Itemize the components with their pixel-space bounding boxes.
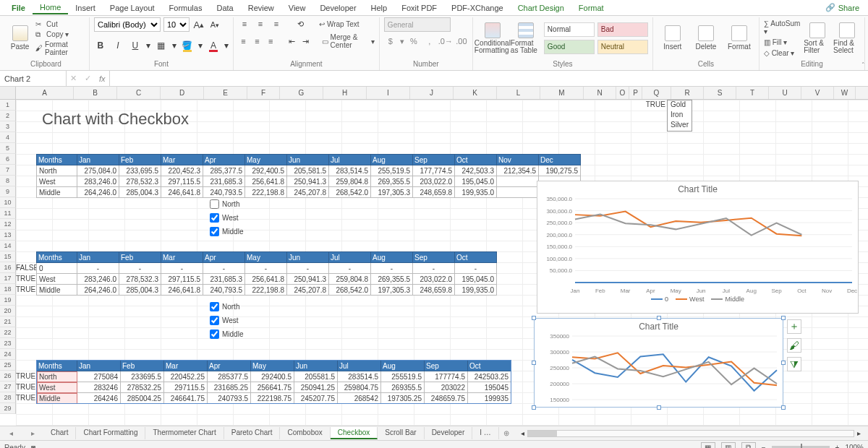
zoom-out-button[interactable]: − <box>762 444 766 449</box>
metals-list[interactable]: Gold Iron Silver <box>667 100 692 132</box>
share-button[interactable]: 🔗Share <box>821 1 864 14</box>
sheet-tab[interactable]: Scroll Bar <box>378 427 424 439</box>
align-left-button[interactable]: ≡ <box>238 35 249 48</box>
checkbox-middle-2[interactable]: Middle <box>210 329 243 339</box>
paste-button[interactable]: Paste <box>7 18 33 59</box>
tab-home[interactable]: Home <box>33 1 68 14</box>
align-right-button[interactable]: ≡ <box>265 35 276 48</box>
new-sheet-button[interactable]: ⊕ <box>499 429 514 437</box>
tab-developer[interactable]: Developer <box>312 2 363 14</box>
chart-styles-button[interactable]: 🖌 <box>787 338 801 353</box>
borders-button[interactable]: ▦ <box>155 39 168 52</box>
column-header[interactable]: L <box>497 87 540 99</box>
underline-button[interactable]: U <box>129 39 142 52</box>
orientation-button[interactable]: ⟲ <box>294 17 307 30</box>
column-header[interactable]: G <box>280 87 323 99</box>
column-header[interactable]: H <box>323 87 367 99</box>
column-header[interactable]: C <box>117 87 161 99</box>
copy-button[interactable]: ⧉Copy ▾ <box>35 30 85 39</box>
font-size-select[interactable]: 10 <box>163 17 190 32</box>
percent-button[interactable]: % <box>407 35 420 48</box>
chart-2[interactable]: Chart Title 1500002000002500003000003500… <box>534 318 783 408</box>
fill-color-button[interactable]: 🪣 <box>181 39 194 52</box>
data-table-2[interactable]: MonthsJanFebMarAprMayJunJulAugSepOct0---… <box>36 251 497 296</box>
tab-view[interactable]: View <box>281 2 313 14</box>
column-header[interactable]: M <box>540 87 584 99</box>
column-header[interactable]: V <box>801 87 834 99</box>
merge-center-button[interactable]: ▭Merge & Center ▾ <box>322 33 375 49</box>
column-header[interactable]: E <box>204 87 247 99</box>
sheet-tab[interactable]: Pareto Chart <box>224 427 281 439</box>
checkbox-west-1[interactable]: West <box>210 213 243 223</box>
decrease-indent-button[interactable]: ⇤ <box>286 35 297 48</box>
column-header[interactable]: I <box>367 87 410 99</box>
format-as-table-button[interactable]: Format as Table <box>511 18 541 59</box>
column-header[interactable]: B <box>74 87 117 99</box>
style-neutral[interactable]: Neutral <box>597 40 648 54</box>
checkbox-west-2[interactable]: West <box>210 316 243 325</box>
tab-page-layout[interactable]: Page Layout <box>103 2 162 14</box>
column-header[interactable]: S <box>704 87 736 99</box>
checkbox-north-1[interactable]: North <box>210 199 243 209</box>
format-cells-button[interactable]: Format <box>724 18 754 59</box>
sheet-tab[interactable]: Chart Formatting <box>76 427 145 439</box>
column-header[interactable]: Q <box>642 87 671 99</box>
font-color-button[interactable]: A <box>207 39 220 52</box>
align-middle-button[interactable]: ≡ <box>254 17 267 30</box>
tab-chart-design[interactable]: Chart Design <box>511 2 571 14</box>
zoom-level[interactable]: 100% <box>845 444 864 449</box>
tab-formulas[interactable]: Formulas <box>162 2 210 14</box>
column-header[interactable]: R <box>671 87 704 99</box>
column-header[interactable]: W <box>834 87 856 99</box>
comma-button[interactable]: , <box>423 35 436 48</box>
view-normal-button[interactable]: ▦ <box>701 442 715 448</box>
font-name-select[interactable]: Calibri (Body) <box>94 17 161 32</box>
tab-review[interactable]: Review <box>241 2 281 14</box>
accounting-button[interactable]: $ <box>384 35 397 48</box>
view-page-break-button[interactable]: ⧉ <box>741 442 756 448</box>
align-top-button[interactable]: ≡ <box>238 17 251 30</box>
column-header[interactable]: T <box>736 87 769 99</box>
tab-help[interactable]: Help <box>364 2 395 14</box>
sheet-tab[interactable]: Combobox <box>280 427 330 439</box>
chart-1[interactable]: Chart Title 50,000.0100,000.0150,000.020… <box>537 181 859 314</box>
column-header[interactable]: D <box>161 87 204 99</box>
increase-decimal-button[interactable]: .0→ <box>439 35 452 48</box>
format-painter-button[interactable]: 🖌Format Painter <box>35 40 85 56</box>
fill-button[interactable]: ▥ Fill ▾ <box>764 38 801 46</box>
tab-file[interactable]: File <box>4 2 33 14</box>
column-header[interactable]: P <box>629 87 642 99</box>
cut-button[interactable]: ✂Cut <box>35 20 85 29</box>
sheet-tab[interactable]: Chart <box>43 427 76 439</box>
bold-button[interactable]: B <box>94 39 107 52</box>
delete-cells-button[interactable]: Delete <box>691 18 721 59</box>
tab-format[interactable]: Format <box>571 2 611 14</box>
shrink-font-button[interactable]: A▾ <box>208 18 221 31</box>
style-good[interactable]: Good <box>544 40 595 54</box>
column-header[interactable]: K <box>454 87 497 99</box>
autosum-button[interactable]: ∑ AutoSum ▾ <box>764 20 801 35</box>
zoom-in-button[interactable]: + <box>835 444 840 449</box>
decrease-decimal-button[interactable]: .00 <box>455 35 468 48</box>
sheet-tab[interactable]: Thermometer Chart <box>145 427 224 439</box>
increase-indent-button[interactable]: ⇥ <box>300 35 311 48</box>
sheet-tab[interactable]: Checkbox <box>331 427 378 439</box>
find-select-button[interactable]: Find & Select <box>833 18 860 59</box>
tab-insert[interactable]: Insert <box>68 2 103 14</box>
style-normal[interactable]: Normal <box>544 22 595 37</box>
fx-button[interactable]: fx <box>99 74 106 83</box>
list-item[interactable]: Gold <box>668 100 692 111</box>
row-headers[interactable]: 1234567891011121314151617181920212223242… <box>0 100 16 414</box>
cancel-formula-button[interactable]: ✕ <box>70 74 77 83</box>
tab-pdfxchange[interactable]: PDF-XChange <box>444 2 511 14</box>
column-header[interactable]: F <box>247 87 280 99</box>
insert-cells-button[interactable]: Insert <box>658 18 688 59</box>
view-page-layout-button[interactable]: ▥ <box>721 442 736 448</box>
number-format-select[interactable]: General <box>384 17 451 32</box>
column-header[interactable]: U <box>769 87 801 99</box>
worksheet-area[interactable]: 1234567891011121314151617181920212223242… <box>0 100 868 426</box>
list-item[interactable]: Silver <box>668 121 692 131</box>
checkbox-middle-1[interactable]: Middle <box>210 227 243 236</box>
clear-button[interactable]: ◇ Clear ▾ <box>764 49 801 57</box>
sheet-tab[interactable]: Developer <box>425 427 473 439</box>
